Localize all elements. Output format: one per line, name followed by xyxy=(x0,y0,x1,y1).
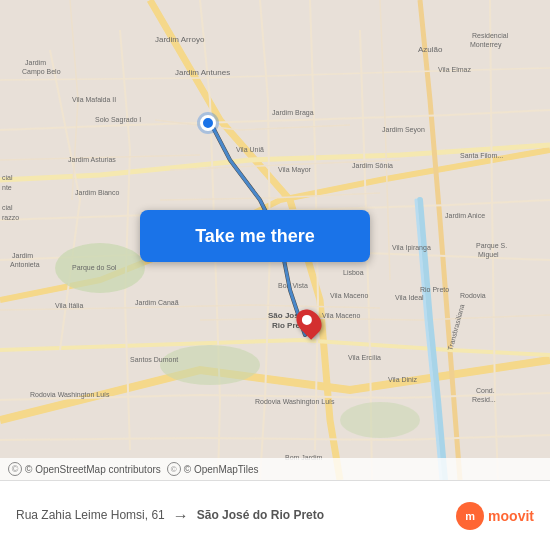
svg-text:Rodovia Washington Luís: Rodovia Washington Luís xyxy=(30,391,110,399)
svg-text:Rio Preto: Rio Preto xyxy=(420,286,449,293)
svg-text:Jardim Arroyo: Jardim Arroyo xyxy=(155,35,205,44)
svg-text:Rodovia: Rodovia xyxy=(460,292,486,299)
svg-text:nte: nte xyxy=(2,184,12,191)
svg-text:Jardim: Jardim xyxy=(25,59,46,66)
destination-marker xyxy=(298,308,320,336)
svg-text:Vila Ipiranga: Vila Ipiranga xyxy=(392,244,431,252)
origin-marker xyxy=(200,115,216,131)
svg-text:cial: cial xyxy=(2,174,13,181)
svg-text:Jardim Braga: Jardim Braga xyxy=(272,109,314,117)
map-copyright: © © OpenStreetMap contributors © © OpenM… xyxy=(0,458,550,480)
svg-text:Miguel: Miguel xyxy=(478,251,499,259)
svg-text:Vila Mayor: Vila Mayor xyxy=(278,166,312,174)
svg-text:Vila Maceno: Vila Maceno xyxy=(322,312,361,319)
arrow-icon: → xyxy=(173,507,189,525)
svg-text:Monterrey: Monterrey xyxy=(470,41,502,49)
route-info: Rua Zahia Leime Homsi, 61 → São José do … xyxy=(16,507,456,525)
svg-text:Vila Uniã: Vila Uniã xyxy=(236,146,264,153)
to-label: São José do Rio Preto xyxy=(197,508,324,522)
svg-text:Jardim Asturias: Jardim Asturias xyxy=(68,156,116,163)
svg-text:Jardim: Jardim xyxy=(12,252,33,259)
svg-text:Vila Maceno: Vila Maceno xyxy=(330,292,369,299)
svg-text:Jardim Sônia: Jardim Sônia xyxy=(352,162,393,169)
svg-text:Jardim Anice: Jardim Anice xyxy=(445,212,485,219)
moovit-letter: m xyxy=(465,510,475,522)
svg-text:Solo Sagrado I: Solo Sagrado I xyxy=(95,116,141,124)
svg-text:Jardim Antunes: Jardim Antunes xyxy=(175,68,230,77)
svg-text:Vila Ercília: Vila Ercília xyxy=(348,354,381,361)
svg-text:cial: cial xyxy=(2,204,13,211)
ot-copyright-text: © OpenMapTiles xyxy=(184,464,259,475)
svg-text:Jardim Seyon: Jardim Seyon xyxy=(382,126,425,134)
bottom-bar: Rua Zahia Leime Homsi, 61 → São José do … xyxy=(0,480,550,550)
svg-text:Vila Elmaz: Vila Elmaz xyxy=(438,66,471,73)
svg-text:Lisboa: Lisboa xyxy=(343,269,364,276)
svg-text:Boa Vista: Boa Vista xyxy=(278,282,308,289)
svg-text:Parque S.: Parque S. xyxy=(476,242,507,250)
osm-copyright-text: © OpenStreetMap contributors xyxy=(25,464,161,475)
svg-text:Campo Belo: Campo Belo xyxy=(22,68,61,76)
svg-text:Vila Mafalda II: Vila Mafalda II xyxy=(72,96,116,103)
svg-text:Antonieta: Antonieta xyxy=(10,261,40,268)
svg-text:Jardim Bianco: Jardim Bianco xyxy=(75,189,119,196)
svg-text:Vila Ideal: Vila Ideal xyxy=(395,294,424,301)
take-me-there-button[interactable]: Take me there xyxy=(140,210,370,262)
svg-text:Rodovia Washington Luís: Rodovia Washington Luís xyxy=(255,398,335,406)
osm-copyright-icon: © xyxy=(8,462,22,476)
svg-text:Parque do Sol: Parque do Sol xyxy=(72,264,117,272)
svg-text:Resid...: Resid... xyxy=(472,396,496,403)
svg-text:Cond.: Cond. xyxy=(476,387,495,394)
svg-text:Vila Diniz: Vila Diniz xyxy=(388,376,418,383)
svg-text:Residencial: Residencial xyxy=(472,32,509,39)
svg-text:Azulão: Azulão xyxy=(418,45,443,54)
svg-point-2 xyxy=(160,345,260,385)
svg-text:Santa Filom...: Santa Filom... xyxy=(460,152,503,159)
ot-copyright-icon: © xyxy=(167,462,181,476)
moovit-logo: m moovit xyxy=(456,502,534,530)
moovit-text: moovit xyxy=(488,508,534,524)
svg-text:razzo: razzo xyxy=(2,214,19,221)
svg-text:Santos Dumont: Santos Dumont xyxy=(130,356,178,363)
svg-text:Jardim Canaã: Jardim Canaã xyxy=(135,299,179,306)
svg-text:Vila Itália: Vila Itália xyxy=(55,302,83,309)
from-label: Rua Zahia Leime Homsi, 61 xyxy=(16,508,165,522)
map-container[interactable]: Jardim Arroyo Jardim Antunes Jardim Camp… xyxy=(0,0,550,480)
moovit-circle-icon: m xyxy=(456,502,484,530)
svg-point-3 xyxy=(340,402,420,438)
